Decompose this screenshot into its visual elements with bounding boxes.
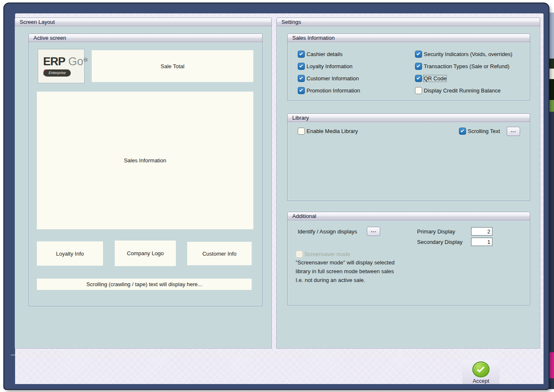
background-sliver bbox=[549, 100, 554, 112]
screensaver-description-line: "Screensaver mode" will display selected bbox=[296, 258, 421, 267]
primary-display-label: Primary Display bbox=[417, 228, 455, 235]
sale-total-preview: Sale Total bbox=[92, 50, 253, 82]
background-sliver bbox=[549, 13, 554, 59]
check-icon bbox=[299, 76, 303, 79]
checkbox-transaction-types[interactable]: Transaction Types (Sale or Refund) bbox=[415, 62, 510, 70]
checkbox-icon bbox=[298, 128, 305, 135]
customer-info-preview: Customer Info bbox=[187, 242, 252, 265]
checkbox-icon bbox=[415, 63, 422, 70]
app-canvas: Screen Layout Active screen ERP Go◎ (Ent… bbox=[0, 0, 554, 392]
check-icon bbox=[417, 76, 420, 79]
checkbox-label: QR Code bbox=[424, 75, 446, 82]
checkbox-icon bbox=[415, 87, 422, 94]
screensaver-description-line: library in full screen mode between sale… bbox=[296, 267, 421, 276]
checkbox-icon bbox=[415, 75, 422, 82]
check-icon bbox=[417, 64, 420, 67]
erp-go-logo: ERP Go◎ bbox=[43, 54, 84, 67]
secondary-display-field[interactable] bbox=[471, 238, 492, 246]
checkbox-scrolling-text[interactable]: Scrolling Text bbox=[459, 127, 500, 135]
logo-eye-icon: ◎ bbox=[83, 56, 88, 62]
primary-display-field[interactable] bbox=[471, 227, 492, 236]
checkbox-icon bbox=[296, 251, 303, 258]
checkbox-icon bbox=[298, 75, 305, 82]
check-icon bbox=[299, 51, 303, 55]
checkbox-customer-information[interactable]: Customer Information bbox=[298, 74, 359, 82]
checkbox-label: Promotion Information bbox=[307, 87, 360, 94]
background-sliver bbox=[549, 79, 554, 100]
checkbox-label: Customer Information bbox=[307, 75, 359, 82]
checkbox-label: Security Indicators (Voids, overrides) bbox=[424, 51, 513, 57]
screensaver-description-line: I.e. not during an active sale. bbox=[296, 276, 421, 284]
background-sliver bbox=[549, 112, 554, 352]
footer-separator bbox=[11, 355, 539, 355]
secondary-display-label: Secondary Display bbox=[417, 239, 462, 245]
checkbox-icon bbox=[298, 51, 305, 58]
identify-assign-displays-button[interactable]: ... bbox=[367, 227, 380, 236]
background-sliver bbox=[549, 69, 554, 79]
checkbox-promotion-information[interactable]: Promotion Information bbox=[298, 87, 360, 94]
enterprise-badge: (Enterprise bbox=[43, 68, 84, 77]
checkbox-label: Display Credit Running Balance bbox=[424, 87, 501, 94]
scrolling-text-preview: Scrolling (crawling / tape) text will di… bbox=[37, 279, 252, 290]
checkbox-icon bbox=[415, 51, 422, 58]
checkbox-security-indicators[interactable]: Security Indicators (Voids, overrides) bbox=[415, 50, 513, 58]
window-frame-bottom bbox=[4, 384, 549, 389]
checkbox-enable-media-library[interactable]: Enable Media Library bbox=[298, 127, 358, 135]
sales-information-group-header: Sales Information bbox=[287, 33, 530, 42]
identify-assign-displays-label: Identify / Assign displays bbox=[298, 228, 357, 235]
background-sliver bbox=[549, 59, 554, 69]
company-logo-slot-preview: Company Logo bbox=[115, 241, 176, 266]
sales-information-preview: Sales Information bbox=[37, 92, 253, 229]
check-icon bbox=[477, 365, 484, 373]
accept-button-label: Accept bbox=[473, 378, 490, 384]
checkbox-label: Enable Media Library bbox=[307, 128, 358, 134]
checkbox-label: Scrolling Text bbox=[468, 128, 500, 134]
checkbox-cashier-details[interactable]: Cashier details bbox=[298, 50, 343, 58]
accept-check-icon bbox=[472, 361, 490, 377]
checkbox-display-credit-running-balance[interactable]: Display Credit Running Balance bbox=[415, 87, 501, 94]
accept-button[interactable]: Accept bbox=[462, 360, 500, 384]
checkbox-label: Screensaver mode bbox=[304, 251, 350, 257]
checkbox-loyalty-information[interactable]: Loyalty Information bbox=[298, 62, 353, 70]
background-sliver bbox=[549, 352, 554, 378]
check-icon bbox=[417, 51, 420, 55]
checkbox-label: Loyalty Information bbox=[307, 63, 353, 69]
check-icon bbox=[461, 128, 464, 132]
library-group-header: Library bbox=[287, 113, 530, 122]
check-icon bbox=[299, 64, 303, 67]
active-screen-group-header: Active screen bbox=[28, 33, 263, 42]
screensaver-description: "Screensaver mode" will display selected… bbox=[296, 258, 421, 284]
background-sliver bbox=[549, 378, 554, 389]
checkbox-icon bbox=[298, 87, 305, 94]
check-icon bbox=[299, 88, 303, 91]
scrolling-text-browse-button[interactable]: ... bbox=[507, 127, 520, 136]
checkbox-qr-code[interactable]: QR Code bbox=[415, 74, 446, 82]
checkbox-label: Transaction Types (Sale or Refund) bbox=[424, 63, 510, 69]
additional-group-header: Additional bbox=[287, 212, 530, 220]
checkbox-icon bbox=[459, 128, 466, 135]
checkbox-label: Cashier details bbox=[307, 51, 343, 57]
screen-layout-group-header: Screen Layout bbox=[15, 18, 272, 26]
company-logo-preview: ERP Go◎ (Enterprise bbox=[38, 49, 85, 83]
checkbox-screensaver-mode: Screensaver mode bbox=[296, 250, 350, 258]
loyalty-info-preview: Loyalty Info bbox=[37, 241, 103, 266]
settings-group-header: Settings bbox=[276, 18, 540, 26]
checkbox-icon bbox=[298, 63, 305, 70]
